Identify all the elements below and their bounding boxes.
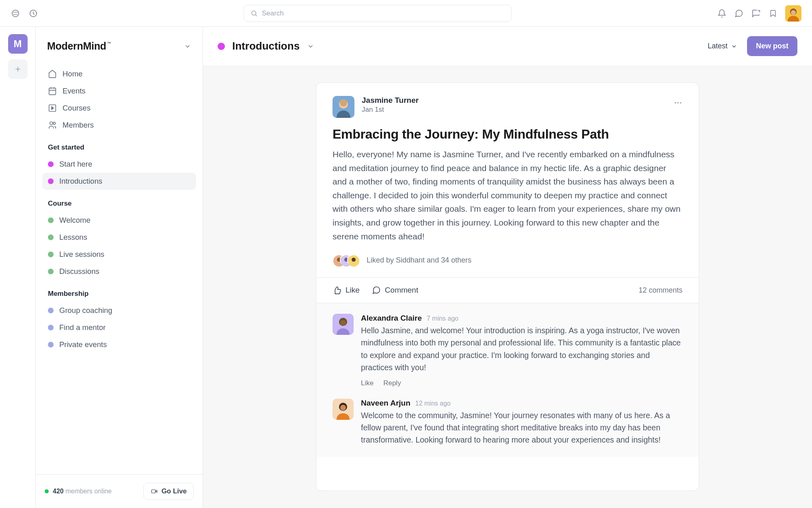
new-post-button[interactable]: New post xyxy=(747,36,797,56)
post-title: Embracing the Journey: My Mindfulness Pa… xyxy=(333,127,682,142)
author-name[interactable]: Jasmine Turner xyxy=(362,96,666,105)
svg-point-3 xyxy=(17,12,17,12)
channel-find-mentor[interactable]: Find a mentor xyxy=(42,319,196,336)
likes-row[interactable]: Liked by Siddhant and 34 others xyxy=(333,254,682,266)
add-community-button[interactable] xyxy=(8,59,28,79)
post-meta: Jasmine Turner Jan 1st xyxy=(362,96,666,114)
channel-group-coaching[interactable]: Group coaching xyxy=(42,302,196,319)
channel-dot-icon xyxy=(48,308,54,313)
channel-label: Group coaching xyxy=(59,306,112,315)
topbar-left xyxy=(11,9,38,18)
author-avatar[interactable] xyxy=(333,96,354,118)
channel-label: Find a mentor xyxy=(59,323,106,332)
members-online[interactable]: 420 members online xyxy=(45,488,112,495)
community-name: ModernMind™ xyxy=(47,40,106,52)
search-input[interactable] xyxy=(262,9,505,17)
channel-title-wrap[interactable]: Introductions xyxy=(218,40,314,52)
svg-rect-13 xyxy=(49,88,56,95)
nav-events[interactable]: Events xyxy=(42,82,196,100)
comment-count[interactable]: 12 comments xyxy=(639,286,682,295)
comment-like-button[interactable]: Like xyxy=(361,379,374,387)
commenter-avatar[interactable] xyxy=(333,314,354,335)
svg-point-4 xyxy=(14,14,14,15)
chevron-down-icon[interactable] xyxy=(307,43,314,50)
nav-home[interactable]: Home xyxy=(42,65,196,82)
thumbs-up-icon xyxy=(333,286,341,295)
post-body: Jasmine Turner Jan 1st Embracing the Jou… xyxy=(316,83,699,277)
go-live-label: Go Live xyxy=(162,487,187,495)
channel-lessons[interactable]: Lessons xyxy=(42,229,196,246)
svg-point-8 xyxy=(252,11,256,15)
sidebar-nav: Home Events Courses Members Get started … xyxy=(36,65,203,474)
svg-point-6 xyxy=(17,14,17,15)
go-live-button[interactable]: Go Live xyxy=(143,483,194,500)
svg-point-20 xyxy=(675,102,676,104)
post-content: Hello, everyone! My name is Jasmine Turn… xyxy=(333,148,682,243)
bell-icon[interactable] xyxy=(717,9,727,18)
post-card: Jasmine Turner Jan 1st Embracing the Jou… xyxy=(316,82,699,491)
community-switcher-active[interactable]: M xyxy=(8,34,28,54)
svg-point-15 xyxy=(50,122,53,125)
svg-point-34 xyxy=(340,405,346,410)
sidebar-header[interactable]: ModernMind™ xyxy=(36,27,203,65)
channel-label: Introductions xyxy=(59,177,102,186)
channel-discussions[interactable]: Discussions xyxy=(42,263,196,280)
section-membership: Membership xyxy=(42,280,196,302)
svg-point-2 xyxy=(15,12,16,12)
like-label: Like xyxy=(346,286,360,295)
members-icon xyxy=(48,121,57,130)
sidebar-footer: 420 members online Go Live xyxy=(36,474,203,508)
chat-icon[interactable] xyxy=(734,9,744,18)
post-menu-button[interactable] xyxy=(674,96,682,107)
channel-welcome[interactable]: Welcome xyxy=(42,212,196,229)
comment-icon xyxy=(372,286,381,295)
comment-author[interactable]: Naveen Arjun xyxy=(361,399,410,408)
channel-introductions[interactable]: Introductions xyxy=(42,173,196,190)
channel-label: Live sessions xyxy=(59,250,104,259)
channel-private-events[interactable]: Private events xyxy=(42,336,196,353)
comment-reply-button[interactable]: Reply xyxy=(383,379,401,387)
search-bar[interactable] xyxy=(244,5,512,22)
history-icon[interactable] xyxy=(28,9,38,18)
dots-icon xyxy=(674,98,682,107)
channel-live-sessions[interactable]: Live sessions xyxy=(42,246,196,263)
apps-icon[interactable] xyxy=(11,9,20,18)
topbar-center xyxy=(38,5,717,22)
sidebar: ModernMind™ Home Events Courses Members xyxy=(36,27,203,508)
home-icon xyxy=(48,69,57,78)
channel-dot-icon xyxy=(48,178,54,184)
svg-point-28 xyxy=(352,258,356,262)
channel-dot-icon xyxy=(48,269,54,274)
post-header: Jasmine Turner Jan 1st xyxy=(333,96,682,118)
commenter-avatar[interactable] xyxy=(333,399,354,420)
comment-author[interactable]: Alexandra Claire xyxy=(361,314,422,323)
nav-label: Members xyxy=(63,121,94,130)
sort-button[interactable]: Latest xyxy=(708,42,737,50)
topbar-right xyxy=(717,5,801,22)
section-course: Course xyxy=(42,190,196,212)
post-date: Jan 1st xyxy=(362,106,666,114)
channel-label: Private events xyxy=(59,340,107,349)
chevron-down-icon[interactable] xyxy=(184,43,191,50)
topbar xyxy=(0,0,812,27)
main-content: Introductions Latest New post xyxy=(203,27,812,508)
like-avatars xyxy=(333,254,358,266)
comment-text: Welcome to the community, Jasmine! Your … xyxy=(361,409,682,446)
threads-icon[interactable] xyxy=(751,9,761,18)
nav-members[interactable]: Members xyxy=(42,117,196,134)
comment-text: Hello Jasmine, and welcome! Your introdu… xyxy=(361,324,682,373)
channel-dot-icon xyxy=(48,234,54,240)
sort-label: Latest xyxy=(708,42,728,50)
comments-section: Alexandra Claire 7 mins ago Hello Jasmin… xyxy=(316,303,699,457)
comment-time: 12 mins ago xyxy=(415,400,451,407)
comment-button[interactable]: Comment xyxy=(372,286,418,295)
nav-label: Courses xyxy=(63,104,91,113)
bookmark-icon[interactable] xyxy=(768,9,778,18)
feed[interactable]: Jasmine Turner Jan 1st Embracing the Jou… xyxy=(203,65,812,508)
channel-start-here[interactable]: Start here xyxy=(42,156,196,173)
like-button[interactable]: Like xyxy=(333,286,360,295)
channel-title: Introductions xyxy=(232,40,300,52)
user-avatar[interactable] xyxy=(785,5,801,22)
nav-courses[interactable]: Courses xyxy=(42,100,196,117)
channel-label: Discussions xyxy=(59,267,99,276)
